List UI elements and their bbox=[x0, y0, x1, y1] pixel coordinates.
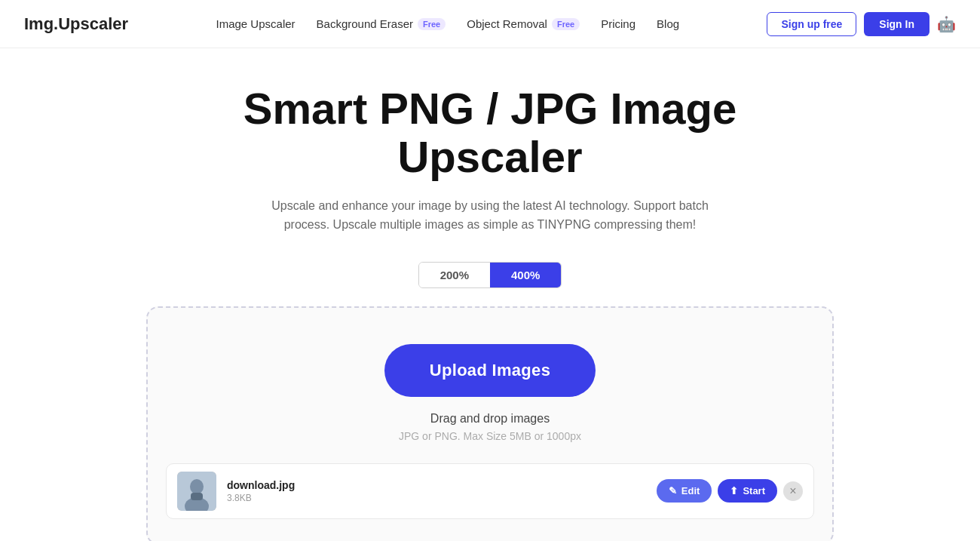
close-icon: × bbox=[789, 484, 796, 498]
hero-title: Smart PNG / JPG Image Upscaler bbox=[146, 85, 834, 181]
svg-point-1 bbox=[190, 479, 204, 494]
object-removal-badge: Free bbox=[552, 18, 580, 30]
nav-item-image-upscaler[interactable]: Image Upscaler bbox=[216, 17, 296, 30]
header: Img.Upscaler Image Upscaler Background E… bbox=[0, 0, 980, 48]
hero-subtitle: Upscale and enhance your image by using … bbox=[256, 196, 724, 235]
file-thumbnail bbox=[177, 472, 216, 511]
file-name: download.jpg bbox=[227, 479, 657, 491]
file-info: download.jpg 3.8KB bbox=[227, 479, 657, 503]
scale-200-button[interactable]: 200% bbox=[419, 263, 490, 287]
scale-400-button[interactable]: 400% bbox=[490, 263, 561, 287]
nav-item-blog[interactable]: Blog bbox=[657, 17, 679, 30]
nav-item-pricing[interactable]: Pricing bbox=[601, 17, 635, 30]
file-hint-text: JPG or PNG. Max Size 5MB or 1000px bbox=[166, 430, 814, 442]
main-content: Smart PNG / JPG Image Upscaler Upscale a… bbox=[128, 48, 852, 541]
nav-item-object-removal[interactable]: Object Removal Free bbox=[467, 17, 580, 30]
nav-item-background-eraser[interactable]: Background Eraser Free bbox=[317, 17, 446, 30]
header-actions: Sign up free Sign In 🤖 bbox=[767, 12, 956, 36]
robot-icon-button[interactable]: 🤖 bbox=[937, 15, 956, 33]
signin-button[interactable]: Sign In bbox=[864, 12, 929, 36]
thumbnail-image bbox=[177, 472, 216, 511]
robot-icon: 🤖 bbox=[937, 15, 956, 33]
edit-file-button[interactable]: ✎ Edit bbox=[657, 479, 712, 503]
nav: Image Upscaler Background Eraser Free Ob… bbox=[216, 17, 680, 30]
upload-area: Upload Images Drag and drop images JPG o… bbox=[146, 306, 834, 541]
edit-icon: ✎ bbox=[669, 485, 677, 496]
upload-icon: ⬆ bbox=[730, 485, 738, 496]
signup-button[interactable]: Sign up free bbox=[767, 12, 856, 36]
file-actions: ✎ Edit ⬆ Start × bbox=[657, 479, 803, 503]
start-file-button[interactable]: ⬆ Start bbox=[718, 479, 777, 503]
file-row: download.jpg 3.8KB ✎ Edit ⬆ Start × bbox=[166, 463, 814, 519]
remove-file-button[interactable]: × bbox=[783, 481, 803, 501]
scale-toggle: 200% 400% bbox=[418, 262, 562, 288]
background-eraser-badge: Free bbox=[418, 18, 446, 30]
upload-images-button[interactable]: Upload Images bbox=[384, 344, 596, 397]
drag-drop-text: Drag and drop images bbox=[166, 412, 814, 426]
svg-rect-3 bbox=[191, 493, 203, 500]
logo[interactable]: Img.Upscaler bbox=[24, 14, 128, 34]
file-size: 3.8KB bbox=[227, 493, 657, 503]
